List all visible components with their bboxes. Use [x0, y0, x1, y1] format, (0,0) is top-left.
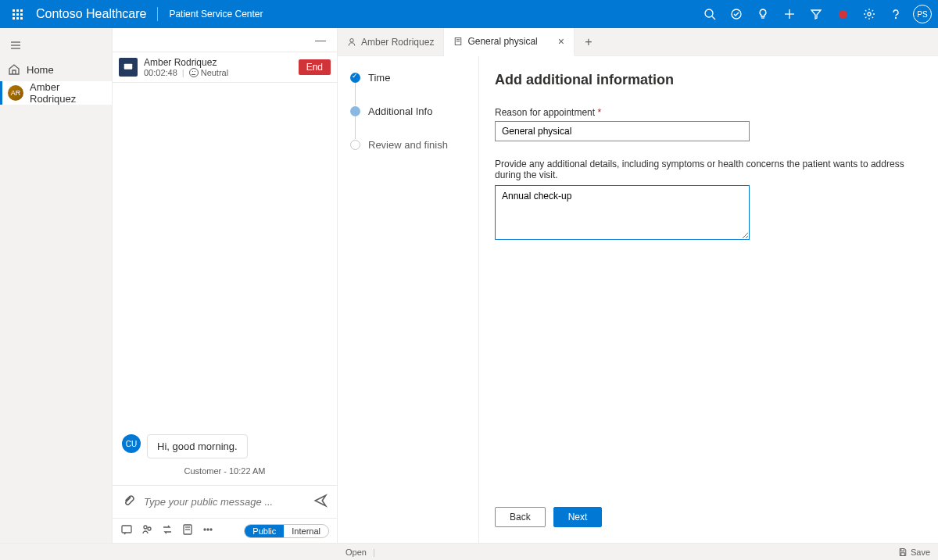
add-tab-button[interactable]: +: [575, 28, 603, 55]
svg-rect-26: [901, 548, 904, 551]
reason-label: Reason for appointment *: [495, 107, 915, 118]
add-icon[interactable]: [777, 2, 802, 27]
hamburger-menu-icon[interactable]: [3, 33, 28, 58]
help-icon[interactable]: [883, 2, 908, 27]
tab-patient[interactable]: Amber Rodriquez: [338, 28, 444, 55]
patient-avatar-badge: AR: [8, 85, 23, 101]
session-patient-name: Amber Rodriquez: [144, 57, 292, 68]
chat-session-icon: [119, 58, 138, 77]
task-check-icon[interactable]: [724, 2, 749, 27]
save-icon: [898, 548, 908, 557]
visibility-toggle: Public Internal: [244, 524, 329, 538]
record-indicator-icon[interactable]: [830, 2, 855, 27]
tab-strip: Amber Rodriquez General physical × +: [338, 28, 938, 56]
chat-message-meta: Customer - 10:22 AM: [122, 466, 328, 476]
session-card: Amber Rodriquez 00:02:48 | Neutral End: [113, 52, 337, 83]
svg-point-7: [868, 12, 871, 16]
search-icon[interactable]: [697, 2, 722, 27]
save-button[interactable]: Save: [898, 548, 930, 557]
filter-icon[interactable]: [804, 2, 829, 27]
status-bar: Open | Save: [0, 543, 938, 560]
svg-point-21: [210, 529, 212, 530]
notes-icon[interactable]: [181, 523, 194, 538]
progress-stepper: Time Additional Info Review and finish: [338, 56, 478, 543]
svg-point-15: [148, 527, 151, 530]
status-open-label: Open: [345, 548, 367, 557]
consult-icon[interactable]: [141, 523, 153, 538]
nav-label-patient: Amber Rodriquez: [30, 81, 104, 105]
neutral-face-icon: [189, 68, 199, 77]
composer-toolbar: Public Internal: [113, 518, 337, 543]
svg-point-2: [732, 9, 741, 19]
step-pending-icon: [350, 140, 360, 150]
svg-rect-13: [122, 526, 131, 533]
divider: [157, 7, 158, 21]
details-textarea[interactable]: [495, 185, 750, 240]
session-timer: 00:02:48: [144, 68, 177, 77]
attach-icon[interactable]: [122, 494, 136, 510]
app-subtitle: Patient Service Center: [169, 9, 263, 20]
more-icon[interactable]: [202, 523, 214, 538]
send-icon[interactable]: [313, 494, 328, 510]
home-icon: [8, 63, 20, 76]
back-button[interactable]: Back: [495, 507, 546, 527]
right-panel: Amber Rodriquez General physical × + Tim…: [338, 28, 938, 543]
nav-item-patient[interactable]: AR Amber Rodriquez: [0, 81, 112, 105]
svg-point-0: [705, 9, 713, 17]
tab-label: General physical: [467, 36, 537, 47]
form-title: Add additional information: [495, 72, 915, 88]
svg-rect-12: [124, 64, 133, 70]
svg-marker-6: [811, 10, 821, 19]
tab-general-physical[interactable]: General physical ×: [444, 28, 575, 56]
session-sentiment: Neutral: [201, 68, 228, 77]
svg-point-22: [350, 38, 354, 42]
pill-internal[interactable]: Internal: [284, 525, 328, 537]
message-input[interactable]: [144, 496, 306, 508]
step-time[interactable]: Time: [350, 72, 466, 105]
next-button[interactable]: Next: [553, 507, 603, 527]
svg-line-1: [712, 16, 715, 20]
step-additional-info[interactable]: Additional Info: [350, 105, 466, 139]
step-review[interactable]: Review and finish: [350, 139, 466, 151]
end-session-button[interactable]: End: [299, 59, 331, 75]
divider: |: [373, 548, 375, 557]
svg-point-8: [896, 18, 897, 19]
transfer-icon[interactable]: [161, 523, 174, 538]
tab-label: Amber Rodriquez: [361, 37, 434, 48]
svg-rect-27: [901, 552, 905, 555]
user-avatar[interactable]: PS: [913, 5, 932, 23]
reason-input[interactable]: [495, 121, 750, 141]
close-icon[interactable]: ×: [558, 35, 564, 48]
svg-point-14: [144, 526, 147, 529]
settings-gear-icon[interactable]: [857, 2, 882, 27]
step-done-icon: [350, 73, 360, 83]
message-composer: [113, 485, 337, 518]
divider: |: [182, 68, 184, 77]
details-label: Provide any additional details, includin…: [495, 159, 915, 180]
chat-panel: — Amber Rodriquez 00:02:48 | Neutral End…: [113, 28, 338, 543]
chat-message-bubble: Hi, good morning.: [147, 434, 248, 458]
minimize-icon[interactable]: —: [310, 30, 331, 49]
form-icon: [453, 37, 463, 46]
pill-public[interactable]: Public: [245, 525, 284, 537]
form-area: Add additional information Reason for ap…: [478, 56, 938, 543]
nav-label-home: Home: [27, 64, 54, 76]
left-navigation: Home AR Amber Rodriquez: [0, 28, 113, 543]
app-header: Contoso Healthcare Patient Service Cente…: [0, 0, 938, 28]
lightbulb-icon[interactable]: [750, 2, 775, 27]
svg-point-19: [204, 529, 206, 530]
quick-reply-icon[interactable]: [120, 523, 133, 538]
customer-avatar-badge: CU: [122, 434, 141, 453]
chat-message-area: CU Hi, good morning. Customer - 10:22 AM: [113, 83, 337, 485]
person-icon: [347, 37, 356, 47]
svg-point-20: [207, 529, 209, 530]
nav-item-home[interactable]: Home: [0, 58, 112, 81]
brand-title: Contoso Healthcare: [36, 7, 146, 21]
step-current-icon: [350, 106, 360, 116]
app-launcher-icon[interactable]: [6, 3, 28, 25]
